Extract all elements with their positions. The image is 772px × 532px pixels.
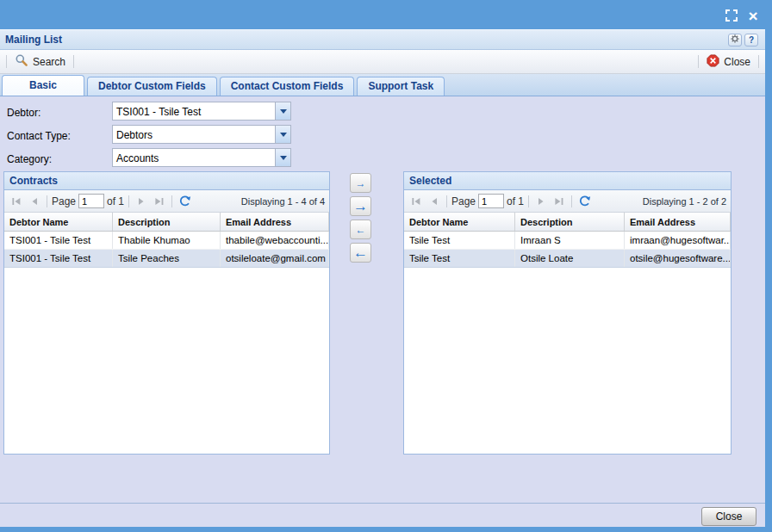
maximize-button[interactable] <box>724 10 739 24</box>
pager-separator <box>128 195 129 207</box>
pager-separator <box>571 195 572 207</box>
arrow-right-icon: → <box>353 198 368 215</box>
page-label: Page <box>52 195 76 207</box>
next-page-button[interactable] <box>134 194 149 209</box>
page-label: Page <box>451 195 476 207</box>
contact-type-value: Debtors <box>113 126 275 143</box>
previous-page-button[interactable] <box>426 194 442 209</box>
last-page-button[interactable] <box>152 194 167 209</box>
contact-type-dropdown-trigger[interactable] <box>275 126 290 143</box>
contact-type-combobox[interactable]: Debtors <box>112 125 291 144</box>
category-dropdown-trigger[interactable] <box>275 149 290 166</box>
previous-page-button[interactable] <box>27 194 42 209</box>
column-header-email-address[interactable]: Email Address <box>221 213 329 231</box>
refresh-button[interactable] <box>177 194 192 209</box>
move-right-one-button[interactable]: → <box>350 173 371 193</box>
table-row[interactable]: TSI001 - Tsile Test Thabile Khumao thabi… <box>4 232 329 250</box>
last-page-button[interactable] <box>551 194 567 209</box>
close-icon: × <box>748 9 757 24</box>
help-button[interactable]: ? <box>744 34 758 46</box>
column-header-debtor-name[interactable]: Debtor Name <box>404 213 515 231</box>
cell-debtor-name: TSI001 - Tsile Test <box>4 232 113 249</box>
pager-separator <box>528 195 529 207</box>
basic-tab-panel: Debtor: TSI001 - Tsile Test Contact Type… <box>0 97 765 503</box>
search-button[interactable]: Search <box>9 51 71 72</box>
footer-close-button[interactable]: Close <box>701 507 756 526</box>
window-body: Mailing List <box>0 29 765 527</box>
table-row[interactable]: Tsile Test Otsile Loate otsile@hugesoftw… <box>404 250 731 268</box>
toolbar: Search Close <box>0 50 765 74</box>
cell-email-address: thabile@webaccounti... <box>221 232 329 249</box>
arrow-left-icon: ← <box>353 244 368 262</box>
tab-contact-custom-fields[interactable]: Contact Custom Fields <box>220 77 355 96</box>
contracts-pager: Page of 1 Displaying 1 - 4 of 4 <box>4 190 329 213</box>
maximize-icon <box>725 9 738 26</box>
debtor-dropdown-trigger[interactable] <box>275 102 290 120</box>
gear-button[interactable] <box>728 34 742 46</box>
page-number-input[interactable] <box>78 194 104 208</box>
toolbar-separator <box>758 55 759 68</box>
cell-description: Otsile Loate <box>515 250 625 267</box>
category-label: Category: <box>7 150 109 169</box>
page-title: Mailing List <box>5 34 62 46</box>
pager-separator <box>47 195 47 207</box>
refresh-button[interactable] <box>576 194 592 209</box>
table-row[interactable]: Tsile Test Imraan S imraan@hugesoftwar..… <box>404 232 731 250</box>
selected-grid: Selected Page of 1 Displaying 1 - 2 of <box>403 171 732 455</box>
contact-type-label: Contact Type: <box>7 127 109 145</box>
move-right-all-button[interactable]: → <box>350 196 371 216</box>
tab-debtor-custom-fields[interactable]: Debtor Custom Fields <box>87 77 217 96</box>
pager-separator <box>171 195 172 207</box>
tab-support-task[interactable]: Support Task <box>357 77 445 96</box>
search-label: Search <box>33 56 65 68</box>
stop-close-icon <box>707 54 719 70</box>
debtor-combobox[interactable]: TSI001 - Tsile Test <box>112 102 291 121</box>
tab-basic[interactable]: Basic <box>2 75 84 96</box>
window-close-button[interactable]: × <box>744 8 762 25</box>
first-page-button[interactable] <box>408 194 424 209</box>
contracts-grid-title: Contracts <box>4 172 329 190</box>
panel-header: Mailing List <box>0 29 765 50</box>
column-header-description[interactable]: Description <box>113 213 221 231</box>
chevron-down-icon <box>280 133 287 137</box>
category-combobox[interactable]: Accounts <box>112 148 291 167</box>
displaying-count: Displaying 1 - 2 of 2 <box>643 196 726 207</box>
cell-debtor-name: Tsile Test <box>404 232 515 249</box>
selected-pager: Page of 1 Displaying 1 - 2 of 2 <box>404 190 731 213</box>
toolbar-separator <box>73 55 74 68</box>
footer-bar: Close <box>0 503 765 527</box>
pager-separator <box>446 195 447 207</box>
cell-debtor-name: TSI001 - Tsile Test <box>4 250 113 267</box>
arrow-right-icon: → <box>356 177 366 189</box>
cell-email-address: imraan@hugesoftwar... <box>625 232 731 249</box>
of-label: of 1 <box>507 195 524 207</box>
table-row[interactable]: TSI001 - Tsile Test Tsile Peaches otsile… <box>4 250 329 268</box>
column-header-email-address[interactable]: Email Address <box>625 213 731 231</box>
toolbar-close-label: Close <box>724 56 750 68</box>
contracts-grid: Contracts Page of 1 Displaying 1 - 4 o <box>3 171 330 455</box>
move-left-all-button[interactable]: ← <box>350 243 371 263</box>
mailing-list-window: × Mailing List <box>0 0 772 532</box>
category-value: Accounts <box>113 149 275 166</box>
column-headers: Debtor Name Description Email Address <box>404 213 731 232</box>
first-page-button[interactable] <box>9 194 24 209</box>
selected-grid-title: Selected <box>404 172 731 190</box>
cell-debtor-name: Tsile Test <box>404 250 515 267</box>
chevron-down-icon <box>280 109 287 114</box>
of-label: of 1 <box>107 195 124 207</box>
debtor-value: TSI001 - Tsile Test <box>113 102 275 120</box>
column-header-debtor-name[interactable]: Debtor Name <box>4 213 113 231</box>
cell-description: Imraan S <box>515 232 625 249</box>
next-page-button[interactable] <box>533 194 549 209</box>
cell-description: Thabile Khumao <box>113 232 221 249</box>
help-icon: ? <box>749 35 754 45</box>
toolbar-separator <box>698 55 699 68</box>
move-left-one-button[interactable]: ← <box>350 220 371 239</box>
page-number-input[interactable] <box>478 194 504 208</box>
debtor-label: Debtor: <box>7 103 109 122</box>
column-header-description[interactable]: Description <box>515 213 625 231</box>
toolbar-close-button[interactable]: Close <box>701 52 756 72</box>
search-icon <box>15 53 28 70</box>
column-headers: Debtor Name Description Email Address <box>4 213 329 232</box>
cell-email-address: otsile@hugesoftware... <box>625 250 731 267</box>
